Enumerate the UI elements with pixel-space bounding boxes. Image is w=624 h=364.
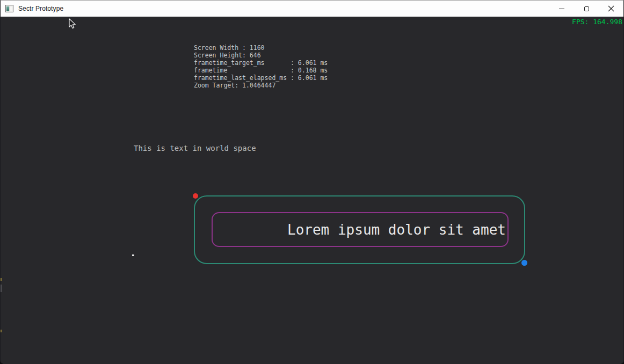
red-drag-handle[interactable] xyxy=(193,193,198,199)
left-edge-artifact xyxy=(1,278,2,281)
app-icon-left-pane xyxy=(6,6,9,11)
mouse-cursor-icon xyxy=(69,18,77,30)
close-icon xyxy=(608,5,614,12)
app-icon-right-pane xyxy=(10,6,12,11)
debug-stats-readout: Screen Width : 1160 Screen Height: 646 f… xyxy=(194,44,328,89)
titlebar[interactable]: Sectr Prototype xyxy=(1,1,623,17)
maximize-icon xyxy=(584,6,589,11)
close-button[interactable] xyxy=(599,1,623,17)
world-space-text: This is text in world space xyxy=(134,144,256,152)
maximize-button[interactable] xyxy=(574,1,599,17)
minimize-icon xyxy=(559,9,564,9)
app-icon xyxy=(5,5,13,12)
blue-drag-handle[interactable] xyxy=(521,260,527,266)
fps-counter: FPS: 164.998 xyxy=(572,18,622,26)
app-window: Sectr Prototype FPS: 164.998 Screen Widt… xyxy=(0,0,624,364)
lorem-text-box[interactable]: Lorem ipsum dolor sit amet xyxy=(212,212,509,247)
left-edge-artifact xyxy=(1,330,2,332)
world-point-marker xyxy=(132,254,134,256)
left-edge-artifact xyxy=(1,285,2,292)
prototype-canvas: FPS: 164.998 Screen Width : 1160 Screen … xyxy=(1,17,623,364)
window-title: Sectr Prototype xyxy=(18,5,63,12)
minimize-button[interactable] xyxy=(549,1,574,17)
